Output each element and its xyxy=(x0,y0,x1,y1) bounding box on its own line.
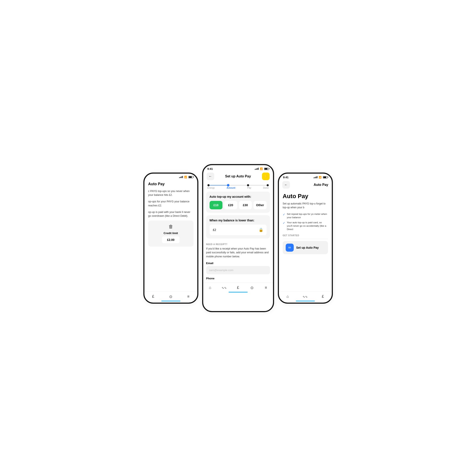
amount-options: £10 £20 £30 Other xyxy=(210,201,267,209)
nav-path-r[interactable]: ∿∿ xyxy=(302,294,308,300)
autopay-title: Auto Pay xyxy=(283,193,328,200)
email-input[interactable]: sam@example.com xyxy=(206,266,270,274)
nav-icon-menu[interactable]: ≡ xyxy=(186,294,191,300)
back-arrow-icon: ← xyxy=(209,174,212,178)
step-dot-amount xyxy=(227,184,229,187)
phone-center: 9:41 📶 ← Set up Auto Pay ⚡ xyxy=(202,164,274,312)
wifi-icon-r: 📶 xyxy=(319,176,322,179)
center-page-title: Set up Auto Pay xyxy=(225,174,251,178)
left-body2: op-ups for your PAYG your balance reache… xyxy=(148,200,193,208)
status-time-center: 9:41 xyxy=(207,167,213,170)
balance-value: £2 xyxy=(213,228,216,232)
check-item-1: ✓ Set repeat top-ups for yo meter when y… xyxy=(283,212,328,219)
autopay-body: Set up automatic PAYG top-u forget to to… xyxy=(283,202,328,209)
status-time-right: 9:41 xyxy=(283,176,289,179)
email-label: Email xyxy=(206,262,270,265)
step-label-pay: Pay xyxy=(247,187,251,189)
steps-track xyxy=(207,184,269,187)
check-mark-1: ✓ xyxy=(283,213,285,219)
battery-icon-c xyxy=(264,168,269,170)
step-line-3 xyxy=(249,185,267,186)
balance-card-title: When my balance is lower than: xyxy=(210,219,267,222)
wifi-icon-c: 📶 xyxy=(260,168,263,170)
trash-icon: 🗑 xyxy=(169,224,173,229)
nav-menu-c[interactable]: ≡ xyxy=(263,285,269,291)
signal-icon-c xyxy=(255,168,259,170)
left-title: Auto Pay xyxy=(148,182,193,186)
credit-limit-label: Credit limit xyxy=(164,232,178,235)
status-icons-right: 📶 xyxy=(314,176,327,179)
check-list: ✓ Set repeat top-ups for yo meter when y… xyxy=(283,212,328,231)
status-bar-right: 9:41 📶 xyxy=(279,174,332,180)
bottom-nav-center: ⌂ ∿∿ £ ⊙ ≡ xyxy=(203,283,273,294)
status-bar-left: 📶 xyxy=(144,174,197,179)
back-arrow-icon-right: ← xyxy=(284,183,288,187)
amount-btn-20[interactable]: £20 xyxy=(224,201,237,209)
receipt-section: NEED A RECEIPT? If you'd like a receipt … xyxy=(203,241,273,283)
step-labels: Energy Amount Pay Done xyxy=(207,187,269,189)
step-label-done: Done xyxy=(263,187,269,189)
nav-icon-currency[interactable]: £ xyxy=(150,294,156,300)
nav-currency-r[interactable]: £ xyxy=(320,294,326,300)
left-body1: c PAYG top-ups so you never when your ba… xyxy=(148,189,193,197)
step-dot-pay xyxy=(247,184,249,186)
infinity-icon: ∞ xyxy=(286,244,294,252)
step-dot-energy xyxy=(207,184,210,186)
phone-right: 9:41 📶 ← Auto Pay xyxy=(278,172,333,304)
nav-icon-help[interactable]: ⊙ xyxy=(168,294,174,300)
balance-input[interactable]: £2 🔒 xyxy=(210,224,267,235)
topup-card: Auto top-up my account with: £10 £20 £30… xyxy=(206,192,270,213)
left-screen: Auto Pay c PAYG top-ups so you never whe… xyxy=(144,179,197,291)
setup-btn-label: Set up Auto Pay xyxy=(296,246,319,249)
setup-autopay-button[interactable]: ∞ Set up Auto Pay xyxy=(283,241,328,254)
battery-icon-r xyxy=(323,176,327,178)
check-item-2: ✓ Your auto top-up is paid card, so you'… xyxy=(283,221,328,231)
nav-path-c[interactable]: ∿∿ xyxy=(221,285,227,291)
wifi-icon: 📶 xyxy=(184,176,187,178)
divider xyxy=(283,239,328,239)
right-screen: Auto Pay Set up automatic PAYG top-u for… xyxy=(279,191,332,291)
steps-container: Energy Amount Pay Done xyxy=(203,182,273,192)
back-button[interactable]: ← xyxy=(207,172,214,180)
check-mark-2: ✓ xyxy=(283,221,285,231)
receipt-heading: NEED A RECEIPT? xyxy=(206,243,270,245)
right-page-title: Auto Pay xyxy=(314,183,328,187)
topup-card-title: Auto top-up my account with: xyxy=(210,195,267,198)
back-button-right[interactable]: ← xyxy=(282,181,290,189)
signal-icon xyxy=(179,176,183,178)
amount-btn-30[interactable]: £30 xyxy=(239,201,252,209)
balance-card: When my balance is lower than: £2 🔒 xyxy=(206,215,270,238)
app-scene: 📶 Auto Pay c PAYG top-ups so you never w… xyxy=(126,164,350,312)
amount-btn-10[interactable]: £10 xyxy=(210,201,223,209)
get-started-label: GET STARTED xyxy=(283,234,328,237)
lightning-button[interactable]: ⚡ xyxy=(262,172,270,180)
left-body3: op-up is paid with your bank ll never go… xyxy=(148,210,193,218)
step-line-2 xyxy=(229,185,247,186)
lock-icon: 🔒 xyxy=(259,228,263,232)
status-icons-center: 📶 xyxy=(255,168,269,170)
step-line-1 xyxy=(210,185,227,186)
nav-currency-c[interactable]: £ xyxy=(235,285,241,291)
nav-home-c[interactable]: ⌂ xyxy=(207,285,213,291)
status-bar-center: 9:41 📶 xyxy=(203,165,273,171)
credit-value: £2.00 xyxy=(162,237,180,243)
amount-btn-other[interactable]: Other xyxy=(254,201,267,209)
step-label-amount: Amount xyxy=(226,187,235,189)
center-header: ← Set up Auto Pay ⚡ xyxy=(203,171,273,182)
bottom-nav-right: ⌂ ∿∿ £ xyxy=(279,291,332,303)
receipt-body: If you'd like a receipt when your Auto P… xyxy=(206,247,270,259)
nav-help-c[interactable]: ⊙ xyxy=(249,285,255,291)
signal-icon-r xyxy=(314,176,317,178)
phone-left: 📶 Auto Pay c PAYG top-ups so you never w… xyxy=(143,172,198,304)
lightning-icon: ⚡ xyxy=(263,174,268,179)
nav-home-r[interactable]: ⌂ xyxy=(285,294,290,300)
credit-section: 🗑 Credit limit £2.00 xyxy=(148,221,193,247)
bottom-nav-left: £ ⊙ ≡ xyxy=(144,291,197,303)
status-icons-left: 📶 xyxy=(179,176,193,178)
battery-icon xyxy=(188,176,193,178)
right-header: ← Auto Pay xyxy=(279,180,332,191)
step-label-energy: Energy xyxy=(207,187,215,189)
check-text-1: Set repeat top-ups for yo meter when you… xyxy=(287,212,328,219)
phone-label: Phone xyxy=(206,277,270,280)
email-placeholder: sam@example.com xyxy=(209,269,234,272)
